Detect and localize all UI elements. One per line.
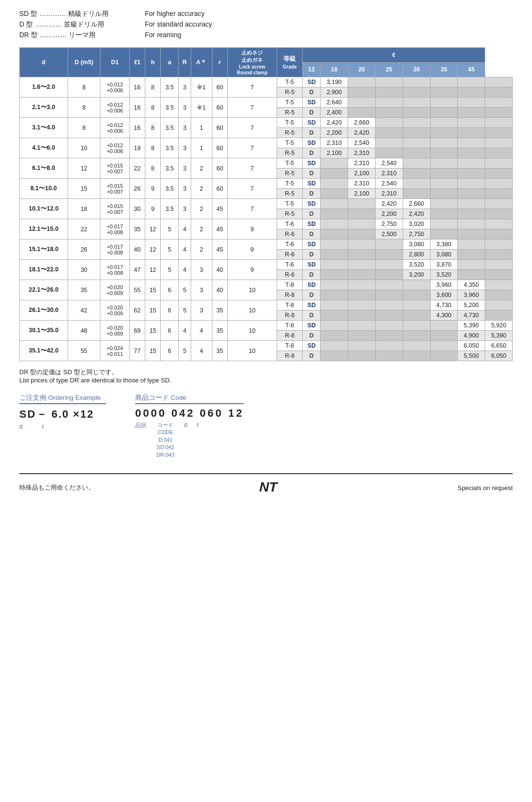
td-astar-4: 60: [212, 158, 227, 179]
td-r-9: 3: [191, 260, 212, 280]
td-val-d-10-2: [375, 290, 403, 300]
td-val-d-2-3: [403, 128, 430, 138]
td-val-sd-3-1: 2,540: [348, 138, 376, 148]
td-grade-d-8: D: [303, 250, 321, 260]
td-a-9: 4: [179, 260, 191, 280]
td-r-3: 1: [191, 138, 212, 158]
td-val-sd-0-2: [375, 77, 403, 87]
td-h-0: 3.5: [161, 77, 179, 98]
td-val-d-13-3: [403, 351, 430, 361]
td-h-5: 3.5: [161, 179, 179, 199]
ordering-right: 商品コード Code 0000 042 060 12 品区 コード CODE D…: [135, 394, 244, 459]
note-section: DR 型の定価は SD 型と同じです。 List prices of type …: [19, 368, 513, 384]
td-val-d-6-6: [485, 209, 513, 219]
footer-logo: NT: [259, 479, 293, 497]
td-grade-sd-9: SD: [303, 260, 321, 270]
td-val-sd-12-6: 5,920: [485, 321, 513, 331]
td-val-d-1-6: [485, 108, 513, 118]
td-grade-d-3: D: [303, 148, 321, 158]
td-d1-10: 55: [129, 280, 145, 300]
td-val-d-0-4: [430, 87, 458, 98]
td-val-d-4-1: 2,100: [348, 169, 376, 179]
td-val-sd-6-3: 2,660: [403, 199, 430, 209]
td-val-sd-2-0: 2,420: [321, 118, 348, 128]
td-a-6: 3: [179, 199, 191, 219]
td-a-11: 5: [179, 300, 191, 321]
td-dm5-1: 8: [68, 98, 100, 118]
td-d-range-9: 18.1〜22.0: [20, 260, 68, 280]
td-type-sd-2: T-5: [277, 118, 302, 128]
td-type-d-7: R-6: [277, 229, 302, 239]
td-val-d-4-4: [430, 169, 458, 179]
td-val-sd-9-1: [348, 260, 376, 270]
td-tol-11: +0.020+0.009: [100, 300, 130, 321]
td-a-1: 3: [179, 98, 191, 118]
td-val-sd-7-5: [458, 219, 485, 229]
th-d: d: [20, 48, 68, 77]
td-rsmall-1: 7: [227, 98, 277, 118]
td-val-d-12-4: [430, 331, 458, 341]
td-grade-d-5: D: [303, 189, 321, 199]
td-val-sd-5-0: [321, 179, 348, 189]
td-val-sd-9-4: 3,870: [430, 260, 458, 270]
td-grade-d-10: D: [303, 290, 321, 300]
td-type-d-10: R-8: [277, 290, 302, 300]
td-h-8: 5: [161, 239, 179, 260]
td-a-13: 5: [179, 341, 191, 361]
intro-en-1: For higher accuracy: [145, 10, 205, 17]
td-val-d-7-2: 2,500: [375, 229, 403, 239]
td-dm5-8: 26: [68, 239, 100, 260]
td-val-sd-2-1: 2,660: [348, 118, 376, 128]
code-l-label: ℓ: [197, 422, 199, 459]
td-val-d-4-3: [403, 169, 430, 179]
intro-en-2: For standard accuracy: [145, 20, 212, 28]
td-val-d-5-4: [430, 189, 458, 199]
td-val-sd-5-3: [403, 179, 430, 189]
ordering-d-label: d: [19, 423, 23, 430]
td-grade-d-12: D: [303, 331, 321, 341]
td-astar-5: 60: [212, 179, 227, 199]
td-val-sd-7-2: 2,750: [375, 219, 403, 229]
td-val-d-6-2: 2,200: [375, 209, 403, 219]
td-val-sd-11-3: [403, 300, 430, 310]
td-tol-0: +0.012+0.006: [100, 77, 130, 98]
td-val-d-12-2: [375, 331, 403, 341]
td-type-sd-13: T-8: [277, 341, 302, 351]
td-val-sd-13-1: [348, 341, 376, 351]
td-l1-3: 8: [145, 138, 160, 158]
td-dm5-10: 35: [68, 280, 100, 300]
td-h-9: 5: [161, 260, 179, 280]
td-val-d-3-3: [403, 148, 430, 158]
td-val-d-9-2: [375, 270, 403, 280]
td-rsmall-6: 7: [227, 199, 277, 219]
td-val-d-13-2: [375, 351, 403, 361]
td-rsmall-5: 7: [227, 179, 277, 199]
td-astar-1: 60: [212, 98, 227, 118]
td-type-sd-5: T-5: [277, 179, 302, 189]
ordering-title: ご注文例 Ordering Example: [19, 394, 106, 404]
td-val-d-2-5: [458, 128, 485, 138]
td-h-2: 3.5: [161, 118, 179, 138]
td-d1-7: 35: [129, 219, 145, 239]
td-h-13: 6: [161, 341, 179, 361]
td-val-sd-3-3: [403, 138, 430, 148]
td-l1-4: 8: [145, 158, 160, 179]
td-h-1: 3.5: [161, 98, 179, 118]
td-d-range-6: 10.1〜12.0: [20, 199, 68, 219]
td-val-d-3-1: 2,310: [348, 148, 376, 158]
td-r-2: 1: [191, 118, 212, 138]
td-astar-8: 45: [212, 239, 227, 260]
td-rsmall-8: 9: [227, 239, 277, 260]
td-d1-8: 40: [129, 239, 145, 260]
td-grade-d-6: D: [303, 209, 321, 219]
td-astar-2: 60: [212, 118, 227, 138]
td-val-d-1-5: [458, 108, 485, 118]
td-val-d-3-0: 2,100: [321, 148, 348, 158]
td-val-sd-0-3: [403, 77, 430, 87]
td-r-5: 2: [191, 179, 212, 199]
td-rsmall-4: 7: [227, 158, 277, 179]
td-h-12: 6: [161, 321, 179, 341]
td-val-d-3-6: [485, 148, 513, 158]
td-d-range-12: 30.1〜35.0: [20, 321, 68, 341]
td-grade-d-11: D: [303, 310, 321, 321]
